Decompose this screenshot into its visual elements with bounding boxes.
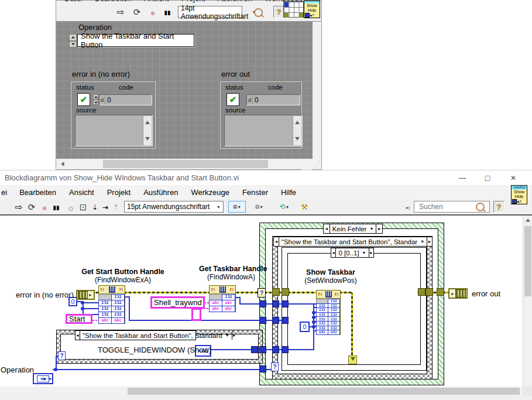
fp-horizontal-scrollbar[interactable]: ⋰ <box>56 159 321 169</box>
clfn-get-start-button-handle[interactable]: ?! ?! I32I32I32I32I32I32I32abcabc <box>98 285 125 324</box>
resize-grip-icon[interactable]: ⋰ <box>315 160 321 167</box>
error-tunnel[interactable] <box>272 288 280 296</box>
run-continuous-button[interactable]: ⟳ <box>26 201 37 214</box>
frame-dropdown-icon[interactable]: ▼ <box>362 251 366 255</box>
tunnel[interactable] <box>282 346 289 353</box>
run-button[interactable]: ⇨ <box>115 6 126 19</box>
terminal-cell-abc[interactable]: abc <box>222 306 235 312</box>
reorder-dropdown[interactable]: ⟲▼ <box>275 201 294 213</box>
clfn-show-taskbar[interactable]: ?! ?! I32I32I32I32I32I32I32I32I32I32I32I… <box>316 290 341 335</box>
clfn-terminal-row[interactable]: I32 <box>210 294 235 300</box>
error-tunnel[interactable] <box>425 288 433 296</box>
source-field[interactable] <box>224 115 303 146</box>
clfn-terminal-row[interactable]: abcabc <box>210 306 235 312</box>
code-field[interactable]: d 0 <box>99 94 152 105</box>
case-dropdown-icon[interactable]: ▼ <box>420 240 424 244</box>
error-tunnel[interactable] <box>418 288 425 296</box>
bd-font-selector[interactable]: 15pt Anwendungsschriftart ▼ <box>124 201 224 213</box>
clfn-terminal-row[interactable]: I32I32 <box>317 303 340 308</box>
terminal-cell-abc[interactable]: abc <box>111 317 125 324</box>
source-field[interactable] <box>75 115 153 146</box>
scroll-up-icon[interactable] <box>295 118 300 124</box>
tunnel[interactable] <box>259 300 266 307</box>
run-continuous-button[interactable]: ⟳ <box>131 6 143 19</box>
menu-fenster[interactable]: Fenster <box>236 188 274 197</box>
tunnel[interactable] <box>251 346 258 353</box>
spin-up-icon[interactable] <box>69 34 77 41</box>
operation-spinner[interactable] <box>69 34 77 47</box>
tunnel[interactable] <box>259 346 266 353</box>
bd-vertical-scrollbar[interactable] <box>523 216 532 387</box>
error-in-terminal[interactable]: ► <box>76 290 95 300</box>
bd-hscroll-thumb[interactable] <box>128 388 520 395</box>
menu-ausfuehren[interactable]: Ausführen <box>137 188 184 197</box>
clfn-terminal-row[interactable]: I32 <box>317 299 340 303</box>
clfn-terminal-row[interactable]: U32U32 <box>317 330 340 334</box>
source-scrollbar[interactable] <box>143 116 152 145</box>
terminal-cell-abc[interactable]: abc <box>209 306 222 312</box>
scroll-up-icon[interactable] <box>145 118 150 124</box>
clfn-terminal-row[interactable]: abcabc <box>99 317 125 323</box>
error-case-selector-label[interactable]: ◄ Kein Fehler▼ ► <box>323 224 383 234</box>
case-prev-icon[interactable]: ◄ <box>324 224 330 233</box>
bd-help-button[interactable]: ? <box>493 201 504 213</box>
spin-down-icon[interactable] <box>93 100 98 105</box>
bd-titlebar[interactable]: Blockdiagramm von Show_Hide Windows Task… <box>0 170 532 185</box>
connector-pane-icon[interactable] <box>283 1 304 18</box>
case-prev-icon[interactable]: ◄ <box>75 331 80 340</box>
error-tunnel[interactable] <box>282 288 289 296</box>
string-constant-shell-traywnd[interactable]: Shell_traywnd <box>150 296 205 309</box>
menu-projekt[interactable]: Projekt <box>101 188 137 197</box>
pause-button[interactable]: ▮▮ <box>162 6 173 19</box>
clfn-terminal-row[interactable]: I32 <box>99 294 125 300</box>
bd-horizontal-scrollbar[interactable] <box>0 387 523 396</box>
step-out-button[interactable]: ⇡ <box>111 201 121 214</box>
operation-terminal[interactable]: ◄▶ ► <box>33 373 53 384</box>
case-dropdown-icon[interactable]: ▼ <box>225 333 229 337</box>
align-objects-dropdown[interactable]: ⊞▼ <box>228 201 246 213</box>
frame-prev-icon[interactable]: ◄ <box>331 248 336 257</box>
close-button[interactable]: ✕ <box>504 170 522 185</box>
status-checkbox[interactable]: ✔ <box>77 93 90 106</box>
string-constant-start[interactable]: Start <box>66 314 92 324</box>
run-button[interactable]: ⇨ <box>13 201 25 214</box>
minimize-button[interactable]: — <box>454 170 471 185</box>
clfn-terminal-row[interactable]: I32I32 <box>317 321 340 326</box>
pause-button[interactable]: ▮▮ <box>52 201 61 214</box>
abort-button[interactable]: ● <box>147 6 159 19</box>
bottom-case-selector-label[interactable]: ◄ "Show the Taskbar and Start Button", S… <box>75 330 196 340</box>
terminal-cell-abc[interactable]: abc <box>98 317 112 324</box>
menu-ansicht[interactable]: Ansicht <box>63 188 101 197</box>
fp-search-tool[interactable] <box>254 8 263 17</box>
bottom-case-selector-terminal[interactable]: ? <box>58 351 66 360</box>
clfn-terminal-row[interactable]: I32I32 <box>99 306 125 312</box>
status-checkbox[interactable]: ✔ <box>226 93 239 106</box>
clfn-terminal-row[interactable]: abcabc <box>210 300 235 306</box>
numeric-constant-0[interactable]: 0 <box>300 322 310 332</box>
menu-hilfe[interactable]: Hilfe <box>274 188 303 197</box>
code-field[interactable]: d 0 <box>246 94 300 105</box>
tunnel[interactable] <box>259 317 266 324</box>
abort-button[interactable]: ● <box>39 201 50 214</box>
error-case-selector-terminal[interactable]: ? <box>258 288 266 298</box>
code-spinner[interactable] <box>93 94 98 105</box>
case-next-icon[interactable]: ► <box>427 237 432 246</box>
bd-vscroll-thumb[interactable] <box>524 226 531 296</box>
scroll-up-arrow[interactable] <box>523 216 532 225</box>
search-box[interactable] <box>414 201 490 213</box>
spin-up-icon[interactable] <box>93 94 98 100</box>
tunnel[interactable] <box>282 317 289 324</box>
step-into-button[interactable]: ⇣ <box>90 201 99 214</box>
cleanup-diagram-button[interactable]: ⚒ <box>297 201 311 213</box>
frame-next-icon[interactable]: ► <box>369 248 373 257</box>
sequence-frame-label[interactable]: ◄ 0 [0..1]▼ ► <box>331 248 374 258</box>
case-next-icon[interactable]: ► <box>232 331 236 340</box>
error-out-terminal[interactable]: ► <box>448 288 468 299</box>
menu-werkzeuge[interactable]: Werkzeuge <box>184 188 236 197</box>
error-in-cluster[interactable]: status code ✔ d 0 source <box>70 81 156 149</box>
operation-case-selector-label[interactable]: ◄ "Show the Taskbar and Start Button", S… <box>273 237 433 247</box>
tunnel[interactable] <box>272 300 279 307</box>
fp-hscroll-thumb[interactable] <box>103 160 268 168</box>
clfn-terminal-row[interactable]: I32I32 <box>99 300 125 306</box>
clfn-terminal-row[interactable]: I32I32 <box>317 312 340 317</box>
